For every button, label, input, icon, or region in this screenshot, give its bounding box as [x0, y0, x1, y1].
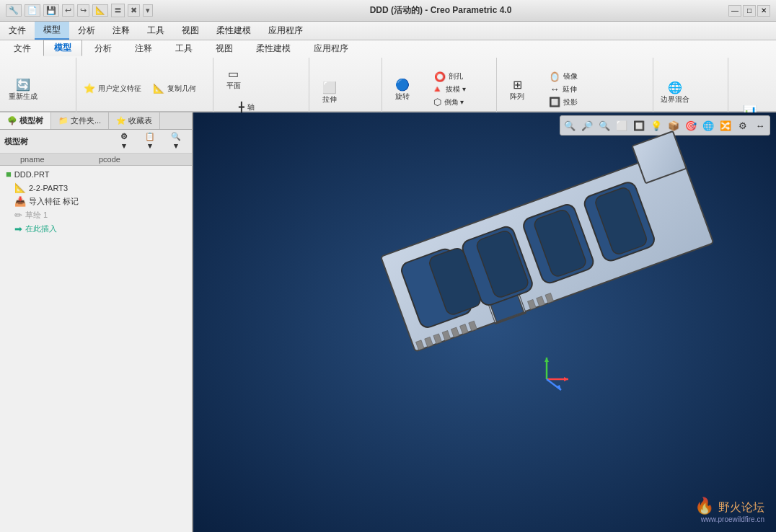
ribbon-tabs: 文件模型分析注释工具视图柔性建模应用程序	[0, 40, 776, 56]
menu-item-视图[interactable]: 视图	[173, 22, 208, 40]
hole-btn[interactable]: ⭕ 剖孔	[420, 71, 477, 84]
mirror-icon: 🪞	[549, 71, 560, 83]
part3-icon: 📐	[14, 182, 26, 193]
user-feature-icon: ⭐	[84, 83, 95, 94]
tree-display-btn[interactable]: 📋 ▾	[138, 132, 162, 151]
array-btn[interactable]: ⊞ 阵列	[501, 68, 533, 110]
ribbon-tab-视图[interactable]: 视图	[205, 40, 244, 56]
svg-line-26	[547, 379, 561, 390]
draft-btn[interactable]: 🔺 拔模 ▾	[420, 83, 477, 96]
ribbon-tab-分析[interactable]: 分析	[84, 40, 123, 56]
ribbon-tab-应用程序[interactable]: 应用程序	[303, 40, 359, 56]
new-btn[interactable]: 📄	[25, 4, 40, 17]
svg-marker-27	[564, 377, 568, 381]
title-bar: 🔧 📄 💾 ↩ ↪ 📐 〓 ✖ ▾ DDD (活动的) - Creo Param…	[0, 0, 776, 22]
main-area: 🌳 模型树 📁 文件夹... ⭐ 收藏表 模型树 ⚙ ▾ 📋 ▾	[0, 112, 776, 532]
user-feature-btn[interactable]: ⭐ 用户定义特征	[81, 82, 144, 95]
tree-items: ■ DDD.PRT 📐 2-2-PART3 📥 导入特征 标记 ✏ 草绘 1 ➡…	[0, 166, 192, 532]
viewport[interactable]: 🔍 🔎 🔍 ⬜ 🔲 💡 📦 🎯 🌐 🔀 ⚙ ↔	[193, 112, 776, 532]
dropdown-arrow: ▾	[122, 141, 126, 151]
ribbon: 文件模型分析注释工具视图柔性建模应用程序 🔄 重新生成 📋 复制 📌 粘贴 ▾	[0, 40, 776, 112]
watermark: 🔥 野火论坛 www.proewildfire.cn	[695, 497, 764, 523]
edit-sub1: 🪞 镜像 ↔ 延伸 🔲 投影	[534, 71, 592, 109]
array-icon: ⊞	[513, 78, 522, 92]
project-btn[interactable]: 🔲 投影	[534, 96, 592, 109]
ribbon-tab-注释[interactable]: 注释	[124, 40, 163, 56]
ribbon-tab-柔性建模[interactable]: 柔性建模	[245, 40, 301, 56]
plane-btn[interactable]: ▭ 平面	[218, 58, 250, 99]
insert-icon: ➡	[14, 223, 22, 234]
redo-btn[interactable]: ↪	[77, 4, 89, 17]
chamfer-btn[interactable]: ⬡ 倒角 ▾	[420, 96, 477, 109]
revolve-btn[interactable]: 🔵 旋转	[387, 68, 418, 110]
tab-model-tree[interactable]: 🌳 模型树	[0, 112, 51, 129]
model-tree-label: 模型树	[19, 115, 43, 126]
col-pname: pname	[17, 155, 96, 164]
copy-geo-icon: 📐	[153, 83, 164, 94]
boundary-blend-btn[interactable]: 🌐 边界混合	[658, 71, 692, 113]
axis-btn[interactable]: ╋ 轴	[218, 101, 275, 114]
file-browser-label: 文件夹...	[71, 115, 101, 126]
close-btn[interactable]: ✕	[757, 5, 770, 17]
filter-icon: 🔍	[171, 132, 181, 141]
extrude-icon: ⬜	[322, 81, 337, 94]
extra-btn2[interactable]: 〓	[111, 4, 125, 17]
menu-item-文件[interactable]: 文件	[0, 22, 35, 40]
app-icon: 🔧	[6, 4, 22, 17]
extrude-btn[interactable]: ⬜ 拉伸	[314, 71, 345, 113]
title-icons: 🔧 📄 💾 ↩ ↪ 📐 〓 ✖ ▾	[6, 4, 153, 17]
item-label: DDD.PRT	[14, 170, 186, 179]
item-label: 导入特征 标记	[29, 196, 186, 207]
tree-item-insert[interactable]: ➡ 在此插入	[0, 222, 192, 236]
revolve-icon: 🔵	[395, 78, 410, 92]
dropdown-arrow2: ▾	[148, 141, 152, 151]
menu-item-应用程序[interactable]: 应用程序	[260, 22, 312, 40]
window-controls[interactable]: — □ ✕	[728, 5, 770, 17]
save-btn[interactable]: 💾	[43, 4, 59, 17]
panel-tabs: 🌳 模型树 📁 文件夹... ⭐ 收藏表	[0, 112, 192, 130]
customize-arrow[interactable]: ▾	[143, 4, 153, 17]
undo-btn[interactable]: ↩	[62, 4, 74, 17]
maximize-btn[interactable]: □	[743, 5, 756, 17]
tree-settings-btn[interactable]: ⚙ ▾	[113, 132, 136, 151]
extend-btn[interactable]: ↔ 延伸	[534, 83, 592, 96]
menu-item-分析[interactable]: 分析	[69, 22, 104, 40]
settings-icon: ⚙	[120, 132, 128, 141]
left-panel: 🌳 模型树 📁 文件夹... ⭐ 收藏表 模型树 ⚙ ▾ 📋 ▾	[0, 112, 193, 532]
tab-favorites[interactable]: ⭐ 收藏表	[109, 112, 160, 129]
plane-icon: ▭	[228, 67, 239, 81]
extra-btn1[interactable]: 📐	[92, 4, 108, 17]
project-icon: 🔲	[549, 97, 560, 108]
tree-item-part3[interactable]: 📐 2-2-PART3	[0, 181, 192, 195]
regenerate-label: 重新生成	[9, 92, 38, 101]
tree-item-sketch[interactable]: ✏ 草绘 1	[0, 208, 192, 222]
regenerate-btn[interactable]: 🔄 重新生成	[6, 68, 40, 110]
menu-item-柔性建模[interactable]: 柔性建模	[208, 22, 260, 40]
draft-icon: 🔺	[431, 84, 443, 95]
hole-icon: ⭕	[434, 71, 446, 83]
import-icon: 📥	[14, 196, 26, 207]
boundary-blend-icon: 🌐	[668, 81, 682, 94]
regenerate-icon: 🔄	[16, 78, 30, 92]
tree-filter-btn[interactable]: 🔍 ▾	[164, 132, 188, 151]
watermark-name: 野火论坛	[718, 501, 764, 513]
extra-btn3[interactable]: ✖	[128, 4, 140, 17]
mirror-btn[interactable]: 🪞 镜像	[534, 71, 592, 84]
tree-item-ddd-prt[interactable]: ■ DDD.PRT	[0, 167, 192, 181]
minimize-btn[interactable]: —	[728, 5, 741, 17]
tree-item-import[interactable]: 📥 导入特征 标记	[0, 195, 192, 208]
ribbon-tab-工具[interactable]: 工具	[164, 40, 203, 56]
menu-item-工具[interactable]: 工具	[138, 22, 173, 40]
eng-sub1: ⭕ 剖孔 🔺 拔模 ▾ ⬡ 倒角 ▾	[420, 71, 477, 109]
tab-file-browser[interactable]: 📁 文件夹...	[51, 112, 109, 129]
sketch-tree-icon: ✏	[14, 210, 22, 221]
watermark-logo: 🔥 野火论坛	[695, 497, 764, 515]
tree-header-label: 模型树	[4, 136, 110, 147]
svg-marker-28	[544, 358, 549, 362]
chamfer-icon: ⬡	[433, 97, 441, 108]
menu-item-注释[interactable]: 注释	[104, 22, 138, 40]
ribbon-tab-文件[interactable]: 文件	[3, 40, 42, 56]
menu-item-模型[interactable]: 模型	[35, 22, 69, 40]
ribbon-tab-模型[interactable]: 模型	[43, 40, 82, 56]
copy-geo-btn[interactable]: 📐 复制几何	[146, 82, 203, 95]
